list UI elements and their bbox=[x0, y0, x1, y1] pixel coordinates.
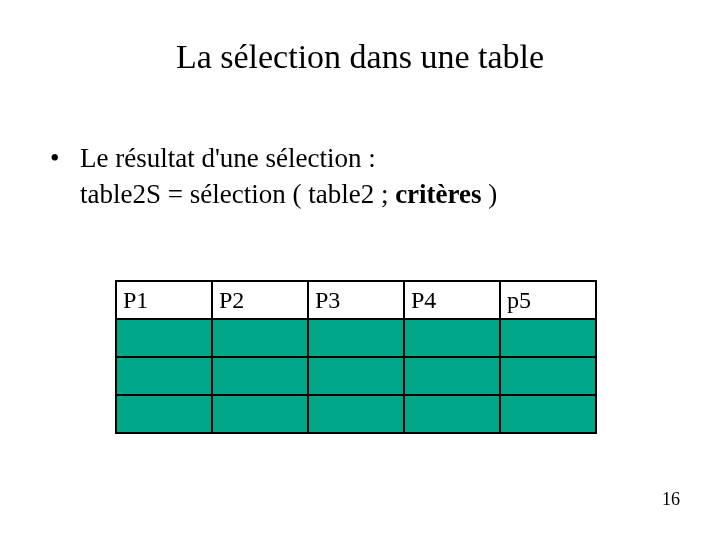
table-header-cell: P2 bbox=[212, 281, 308, 319]
table-header-cell: P3 bbox=[308, 281, 404, 319]
bullet-dot: • bbox=[50, 140, 80, 176]
table-cell bbox=[404, 319, 500, 357]
line2-part-b: critères bbox=[395, 179, 481, 209]
page-number: 16 bbox=[662, 489, 680, 510]
table-row bbox=[116, 319, 596, 357]
bullet-text: Le résultat d'une sélection : bbox=[80, 140, 376, 176]
table-cell bbox=[116, 319, 212, 357]
table-cell bbox=[500, 319, 596, 357]
line2-part-c: ) bbox=[482, 179, 498, 209]
table-cell bbox=[308, 395, 404, 433]
table-cell bbox=[308, 319, 404, 357]
table-cell bbox=[308, 357, 404, 395]
table-cell bbox=[404, 395, 500, 433]
table-cell bbox=[212, 395, 308, 433]
slide-title: La sélection dans une table bbox=[0, 38, 720, 76]
table-header-cell: p5 bbox=[500, 281, 596, 319]
line2-part-a: table2S = sélection ( table2 ; bbox=[80, 179, 395, 209]
table-cell bbox=[404, 357, 500, 395]
table-header-cell: P4 bbox=[404, 281, 500, 319]
table-header-row: P1 P2 P3 P4 p5 bbox=[116, 281, 596, 319]
slide-body: • Le résultat d'une sélection : table2S … bbox=[50, 140, 670, 213]
table-cell bbox=[212, 357, 308, 395]
table-row bbox=[116, 395, 596, 433]
table-cell bbox=[212, 319, 308, 357]
slide: La sélection dans une table • Le résulta… bbox=[0, 0, 720, 540]
bullet-item: • Le résultat d'une sélection : bbox=[50, 140, 670, 176]
table-header-cell: P1 bbox=[116, 281, 212, 319]
table-cell bbox=[500, 357, 596, 395]
table-row bbox=[116, 357, 596, 395]
body-line-2: table2S = sélection ( table2 ; critères … bbox=[80, 176, 670, 212]
table-cell bbox=[116, 395, 212, 433]
result-table: P1 P2 P3 P4 p5 bbox=[115, 280, 597, 434]
table-cell bbox=[116, 357, 212, 395]
table-cell bbox=[500, 395, 596, 433]
